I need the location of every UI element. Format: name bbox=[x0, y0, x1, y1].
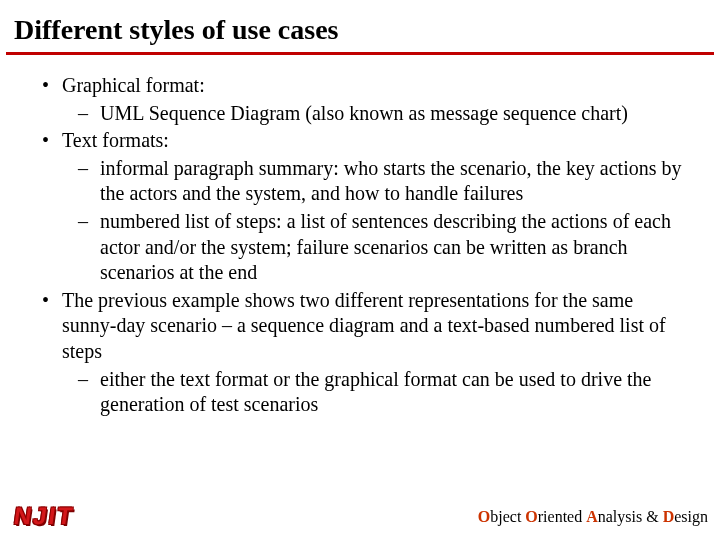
tagline-part: nalysis & bbox=[598, 508, 663, 525]
slide-content: Graphical format: UML Sequence Diagram (… bbox=[0, 55, 720, 418]
slide-title: Different styles of use cases bbox=[0, 0, 720, 52]
course-tagline: Object Oriented Analysis & Design bbox=[478, 508, 708, 526]
subbullet-informal-summary: informal paragraph summary: who starts t… bbox=[62, 156, 692, 207]
tagline-part: esign bbox=[674, 508, 708, 525]
subbullet-numbered-steps: numbered list of steps: a list of senten… bbox=[62, 209, 692, 286]
tagline-part: riented bbox=[538, 508, 586, 525]
bullet-previous-example: The previous example shows two different… bbox=[42, 288, 692, 418]
slide-footer: NJIT Object Oriented Analysis & Design bbox=[0, 500, 720, 530]
bullet-text-formats: Text formats: informal paragraph summary… bbox=[42, 128, 692, 286]
accent-letter: A bbox=[586, 508, 598, 525]
bullet-text: Graphical format: bbox=[62, 74, 205, 96]
subbullet-uml-sequence: UML Sequence Diagram (also known as mess… bbox=[62, 101, 692, 127]
tagline-part: bject bbox=[490, 508, 525, 525]
bullet-text: Text formats: bbox=[62, 129, 169, 151]
subbullet-either-format: either the text format or the graphical … bbox=[62, 367, 692, 418]
bullet-graphical-format: Graphical format: UML Sequence Diagram (… bbox=[42, 73, 692, 126]
bullet-text: The previous example shows two different… bbox=[62, 289, 666, 362]
accent-letter: D bbox=[663, 508, 675, 525]
accent-letter: O bbox=[478, 508, 490, 525]
njit-logo: NJIT bbox=[12, 502, 76, 530]
accent-letter: O bbox=[525, 508, 537, 525]
